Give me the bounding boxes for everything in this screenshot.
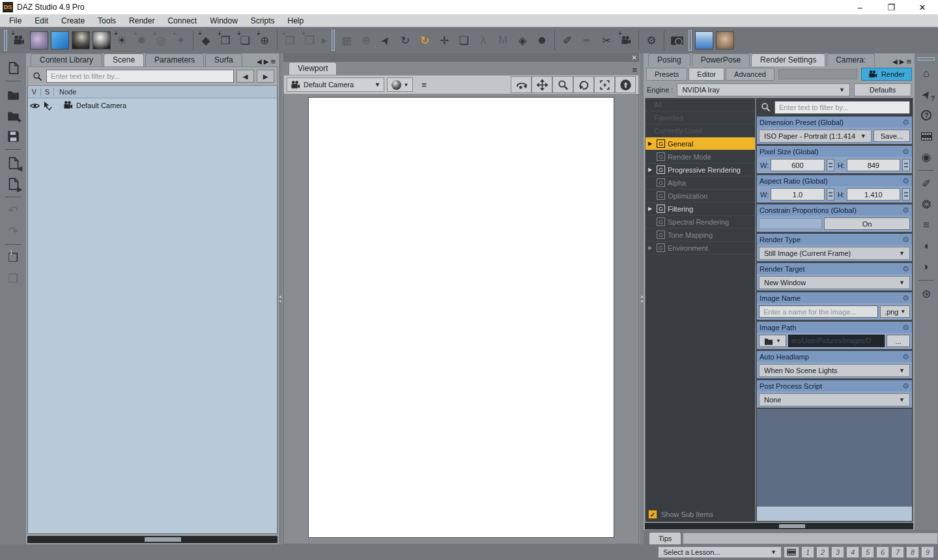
category-environment[interactable]: ▶GEnvironment bbox=[646, 242, 755, 255]
menu-edit[interactable]: Edit bbox=[28, 16, 55, 25]
lesson-page-6[interactable]: 6 bbox=[876, 546, 889, 558]
tab-tips[interactable]: Tips bbox=[649, 532, 681, 544]
expand-icon[interactable]: ▶ bbox=[648, 245, 654, 251]
tab-posing[interactable]: Posing bbox=[648, 53, 690, 66]
camera-selector[interactable]: Default Camera ▼ bbox=[287, 77, 384, 92]
tab-scroll-left-icon[interactable]: ◀ bbox=[257, 58, 262, 65]
content-thumbnail-4[interactable] bbox=[92, 31, 111, 49]
slider-presets-icon[interactable]: ≡ bbox=[918, 217, 935, 234]
figure-mixer-left-icon[interactable]: ◖ bbox=[918, 238, 935, 255]
render-button[interactable]: Render bbox=[861, 68, 912, 81]
tab-scroll-right-icon[interactable]: ▶ bbox=[264, 58, 269, 65]
scene-horizontal-scrollbar[interactable] bbox=[27, 536, 277, 543]
category-general[interactable]: ▶GGeneral bbox=[646, 137, 755, 150]
figure-selection-tool-icon[interactable]: ☻ bbox=[532, 30, 552, 51]
pane-menu-icon[interactable]: ≡ bbox=[270, 57, 276, 66]
viewport-canvas[interactable] bbox=[283, 94, 639, 544]
toolbar-drag-handle[interactable] bbox=[689, 30, 692, 51]
filter-forward-button[interactable]: ▶ bbox=[257, 70, 274, 83]
undo-icon[interactable]: ↶ bbox=[4, 201, 22, 219]
new-instance-icon[interactable]: +❐ bbox=[300, 30, 319, 51]
image-name-input[interactable] bbox=[759, 305, 878, 318]
tab-parameters[interactable]: Parameters bbox=[145, 53, 204, 66]
lesson-select[interactable]: Select a Lesson... ▼ bbox=[658, 546, 782, 558]
polygon-group-editor-icon[interactable]: M bbox=[493, 30, 513, 51]
category-all[interactable]: All bbox=[646, 98, 755, 111]
geometry-editor-icon[interactable]: ✂ bbox=[597, 30, 616, 51]
lesson-page-3[interactable]: 3 bbox=[831, 546, 844, 558]
tab-content-library[interactable]: Content Library bbox=[31, 53, 102, 66]
tab-render-settings[interactable]: Render Settings bbox=[751, 53, 825, 66]
lesson-player-icon[interactable] bbox=[784, 546, 799, 558]
menu-render[interactable]: Render bbox=[122, 16, 161, 25]
close-button[interactable]: ✕ bbox=[907, 0, 938, 14]
search-icon[interactable] bbox=[31, 70, 44, 83]
auto-headlamp-select[interactable]: When No Scene Lights▼ bbox=[759, 364, 910, 377]
expand-icon[interactable]: ▶ bbox=[648, 141, 654, 147]
pane-menu-icon[interactable]: ≡ bbox=[906, 57, 911, 66]
subtab-editor[interactable]: Editor bbox=[689, 68, 724, 81]
category-alpha[interactable]: GAlpha bbox=[646, 176, 755, 189]
pixel-height-field[interactable]: 849 bbox=[847, 159, 900, 171]
image-format-select[interactable]: .png▼ bbox=[880, 305, 910, 318]
translate-tool-icon[interactable]: ✛ bbox=[434, 30, 454, 51]
gear-icon[interactable]: ⚙ bbox=[902, 206, 909, 215]
scrollbar-thumb[interactable] bbox=[145, 537, 181, 542]
redo-icon[interactable]: ↷ bbox=[4, 222, 22, 240]
content-thumbnail-3[interactable] bbox=[72, 31, 90, 49]
tab-viewport[interactable]: Viewport bbox=[289, 62, 337, 75]
viewport-close-icon[interactable]: ✕ bbox=[632, 54, 637, 61]
column-visible[interactable]: V bbox=[28, 88, 41, 96]
install-content-icon[interactable]: ❒↓ bbox=[4, 249, 22, 267]
pixel-width-stepper[interactable] bbox=[827, 159, 834, 171]
show-sub-items-checkbox[interactable]: ✓ bbox=[648, 510, 657, 519]
category-spectral-rendering[interactable]: GSpectral Rendering bbox=[646, 216, 755, 229]
menu-help[interactable]: Help bbox=[281, 16, 311, 25]
minimize-button[interactable]: – bbox=[844, 0, 875, 14]
lessons-icon[interactable] bbox=[918, 128, 935, 145]
gear-icon[interactable]: ⚙ bbox=[902, 235, 909, 244]
aspect-width-stepper[interactable] bbox=[827, 188, 834, 201]
content-wizard-icon[interactable]: ✐ bbox=[558, 30, 577, 51]
render-camera-icon[interactable] bbox=[667, 30, 687, 51]
new-camera-icon[interactable]: + bbox=[9, 30, 29, 51]
scrollbar-thumb[interactable] bbox=[779, 524, 805, 528]
new-file-icon[interactable] bbox=[4, 59, 22, 77]
tool-settings-icon[interactable]: ⚙ bbox=[642, 30, 661, 51]
subtab-presets[interactable]: Presets bbox=[646, 68, 687, 81]
gear-icon[interactable]: ⚙ bbox=[902, 264, 909, 273]
tab-powerpose[interactable]: PowerPose bbox=[692, 53, 750, 66]
orbit-camera-button[interactable] bbox=[511, 76, 532, 93]
category-optimization[interactable]: GOptimization bbox=[646, 189, 755, 203]
joint-editor-tool-icon[interactable]: λ bbox=[474, 30, 493, 51]
frame-camera-button[interactable] bbox=[594, 76, 615, 93]
settings-filter-input[interactable] bbox=[775, 101, 910, 114]
world-settings-icon[interactable]: ⊛ bbox=[918, 285, 935, 302]
rotate-tool-icon[interactable]: ↻ bbox=[395, 30, 415, 51]
open-file-icon[interactable] bbox=[4, 85, 22, 104]
aspect-height-stepper[interactable] bbox=[902, 188, 910, 201]
constrain-on-button[interactable]: On bbox=[824, 217, 910, 230]
active-rotate-tool-icon[interactable]: ↻ bbox=[415, 30, 434, 51]
column-selectable[interactable]: S bbox=[41, 88, 54, 96]
node-selection-tool-icon[interactable]: ➤ bbox=[376, 30, 395, 51]
figure-preset-thumbnail[interactable] bbox=[695, 31, 713, 49]
render-target-select[interactable]: New Window▼ bbox=[759, 276, 910, 289]
zoom-camera-button[interactable] bbox=[552, 76, 573, 93]
post-process-select[interactable]: None▼ bbox=[759, 393, 910, 406]
gear-icon[interactable]: ⚙ bbox=[902, 147, 909, 156]
import-icon[interactable]: ◀ bbox=[4, 154, 22, 172]
toolbar-overflow-icon[interactable]: ▶ bbox=[319, 30, 330, 51]
tab-scene[interactable]: Scene bbox=[104, 53, 144, 66]
face-preset-thumbnail[interactable] bbox=[716, 31, 734, 49]
subtab-advanced[interactable]: Advanced bbox=[726, 68, 775, 81]
category-favorites[interactable]: Favorites bbox=[646, 111, 755, 124]
gear-icon[interactable]: ⚙ bbox=[902, 352, 909, 361]
menu-tools[interactable]: Tools bbox=[91, 16, 122, 25]
aspect-height-field[interactable]: 1.410 bbox=[847, 188, 900, 201]
gear-icon[interactable]: ⚙ bbox=[902, 294, 909, 303]
image-path-field[interactable]: ers/User/Pictures/Images/D bbox=[788, 335, 885, 347]
gear-icon[interactable]: ⚙ bbox=[902, 118, 909, 127]
drawstyle-selector[interactable]: ▼ bbox=[387, 77, 413, 92]
category-progressive-rendering[interactable]: ▶GProgressive Rendering bbox=[646, 163, 755, 176]
